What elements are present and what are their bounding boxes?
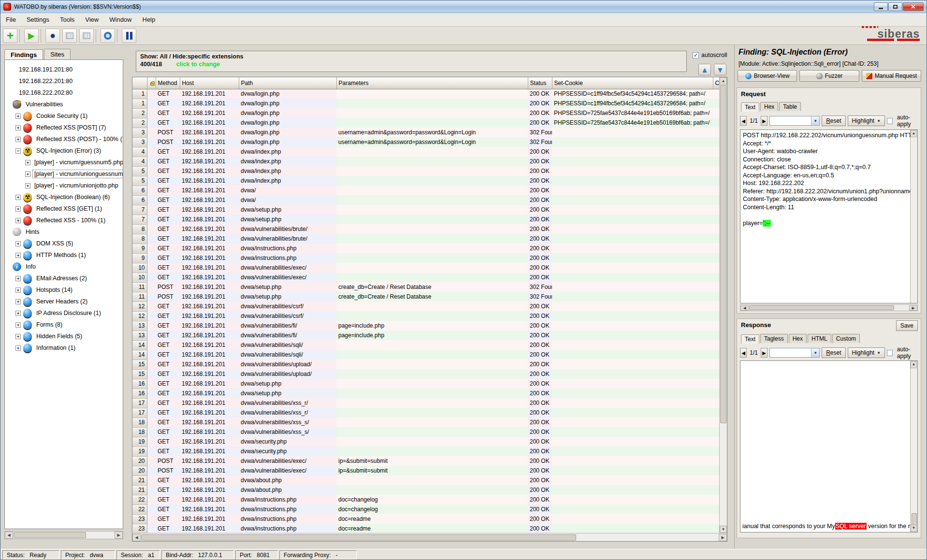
- scroll-left-icon[interactable]: ◀: [740, 305, 749, 311]
- menu-view[interactable]: View: [80, 14, 104, 26]
- collapse-icon[interactable]: −: [15, 148, 21, 154]
- expand-icon[interactable]: +: [25, 160, 30, 165]
- tree-item[interactable]: iInfo: [5, 261, 123, 273]
- request-row[interactable]: 17GET192.168.191.201dvwa/vulnerabilities…: [132, 398, 720, 408]
- response-text[interactable]: ianual that corresponds to your MySQL se…: [740, 360, 918, 532]
- browser-view-button[interactable]: Browser-View: [738, 70, 797, 82]
- scroll-left-icon[interactable]: ◀: [132, 534, 141, 541]
- response-highlight-combo[interactable]: ▼: [769, 348, 820, 358]
- expand-icon[interactable]: +: [15, 241, 21, 246]
- tree-item[interactable]: +Reflected XSS [GET] (1): [5, 203, 123, 215]
- request-row[interactable]: 22GET192.168.191.201dvwa/instructions.ph…: [132, 504, 720, 514]
- response-tab-custom[interactable]: Custom: [832, 334, 860, 343]
- expand-icon[interactable]: +: [15, 195, 21, 200]
- tree-item[interactable]: +IP Adress Disclosure (1): [5, 307, 123, 319]
- scroll-right-icon[interactable]: ▶: [909, 305, 917, 311]
- expand-icon[interactable]: +: [15, 253, 21, 258]
- tree-item[interactable]: +DOM XSS (5): [5, 238, 123, 249]
- request-row[interactable]: 6GET192.168.191.201dvwa/200 OK: [132, 186, 720, 195]
- scroll-bottom-button[interactable]: ▼: [714, 64, 726, 75]
- tree-item[interactable]: +EMail Adresses (2): [5, 273, 123, 284]
- tree-item[interactable]: +Information (1): [5, 342, 123, 354]
- request-row[interactable]: 22GET192.168.191.201dvwa/instructions.ph…: [132, 495, 720, 504]
- tree-item[interactable]: Vulnerabilities: [5, 99, 123, 110]
- start-scan-button[interactable]: ▶: [24, 29, 39, 43]
- header-path[interactable]: Path: [239, 77, 336, 89]
- request-row[interactable]: 1GET192.168.191.201dvwa/login.php200 OKP…: [132, 89, 720, 99]
- menu-help[interactable]: Help: [137, 14, 161, 26]
- dropdown-icon[interactable]: ▼: [811, 116, 819, 125]
- tree-item[interactable]: +Reflected XSS (POST) - 100% (7): [5, 133, 123, 145]
- expand-icon[interactable]: +: [15, 125, 21, 130]
- tree-item[interactable]: −☢SQL-Injection (Error) (3): [5, 145, 123, 157]
- request-row[interactable]: 10GET192.168.191.201dvwa/vulnerabilities…: [132, 263, 720, 273]
- request-row[interactable]: 3POST192.168.191.201dvwa/login.phpuserna…: [132, 137, 720, 147]
- request-row[interactable]: 21GET192.168.191.201dvwa/about.php200 OK: [132, 475, 720, 485]
- save-button[interactable]: Save: [896, 320, 918, 331]
- expand-icon[interactable]: +: [15, 299, 21, 304]
- manual-request-button[interactable]: Manual Request: [862, 70, 921, 82]
- tree-item[interactable]: +Server Headers (2): [5, 296, 123, 307]
- filter-change-link[interactable]: click to change: [176, 61, 220, 68]
- scroll-down-icon[interactable]: ▼: [720, 526, 727, 533]
- expand-icon[interactable]: +: [15, 345, 21, 351]
- scroll-down-icon[interactable]: ▼: [911, 525, 917, 532]
- expand-icon[interactable]: +: [15, 334, 21, 339]
- tree-item[interactable]: +☢SQL-Injection (Boolean) (6): [5, 191, 123, 203]
- request-row[interactable]: 6GET192.168.191.201dvwa/200 OK: [132, 195, 720, 205]
- expand-icon[interactable]: +: [15, 311, 21, 316]
- header-c-partial[interactable]: C: [713, 77, 720, 89]
- report-button[interactable]: [62, 29, 77, 43]
- request-row[interactable]: 14GET192.168.191.201dvwa/vulnerabilities…: [132, 340, 720, 350]
- request-tab-hex[interactable]: Hex: [760, 102, 778, 111]
- tab-findings[interactable]: Findings: [4, 49, 43, 60]
- tree-item[interactable]: +HTTP Methods (1): [5, 249, 123, 261]
- request-row[interactable]: 21GET192.168.191.201dvwa/about.php200 OK: [132, 485, 720, 495]
- scroll-up-icon[interactable]: ▲: [911, 130, 917, 137]
- request-row[interactable]: 2GET192.168.191.201dvwa/login.php200 OKP…: [132, 108, 720, 118]
- request-row[interactable]: 18GET192.168.191.201dvwa/vulnerabilities…: [132, 417, 720, 427]
- scroll-up-icon[interactable]: ▲: [720, 77, 727, 85]
- fuzzer-button[interactable]: Fuzzer: [799, 70, 859, 82]
- tree-item[interactable]: +Hotspots (14): [5, 284, 123, 296]
- tree-item[interactable]: 192.168.222.202:80: [5, 87, 123, 99]
- request-row[interactable]: 5GET192.168.191.201dvwa/index.php200 OK: [132, 166, 720, 176]
- response-prev-button[interactable]: ◀: [740, 348, 747, 358]
- minimize-button[interactable]: [874, 2, 888, 11]
- tree-item[interactable]: +Reflected XSS - 100% (1): [5, 215, 123, 226]
- request-row[interactable]: 14GET192.168.191.201dvwa/vulnerabilities…: [132, 350, 720, 359]
- request-row[interactable]: 5GET192.168.191.201dvwa/index.php200 OK: [132, 176, 720, 186]
- request-row[interactable]: 20POST192.168.191.201dvwa/vulnerabilitie…: [132, 466, 720, 475]
- table-horizontal-scrollbar[interactable]: ◀ ▶: [132, 533, 727, 541]
- tree-item[interactable]: +Cookie Security (1): [5, 110, 123, 122]
- request-row[interactable]: 2GET192.168.191.201dvwa/login.php200 OKP…: [132, 118, 720, 128]
- request-highlight-combo[interactable]: ▼: [769, 116, 820, 126]
- tree-item[interactable]: +Hidden Fields (5): [5, 330, 123, 342]
- expand-icon[interactable]: +: [15, 114, 21, 119]
- proxy-button[interactable]: [101, 29, 115, 43]
- request-reset-button[interactable]: Reset: [822, 115, 845, 126]
- request-row[interactable]: 23GET192.168.191.201dvwa/instructions.ph…: [132, 514, 720, 524]
- tree-item[interactable]: +[player] - vicnum/unionguessnum.ph: [5, 168, 123, 180]
- expand-icon[interactable]: +: [25, 172, 30, 177]
- response-tab-tagless[interactable]: Tagless: [760, 334, 788, 343]
- request-row[interactable]: 9GET192.168.191.201dvwa/instructions.php…: [132, 244, 720, 253]
- close-button[interactable]: ✕: [903, 2, 924, 11]
- request-row[interactable]: 7GET192.168.191.201dvwa/setup.php200 OK: [132, 215, 720, 224]
- request-row[interactable]: 3POST192.168.191.201dvwa/login.phpuserna…: [132, 128, 720, 137]
- tree-horizontal-scrollbar[interactable]: ◀ ▶: [4, 531, 123, 539]
- expand-icon[interactable]: +: [15, 276, 21, 281]
- request-row[interactable]: 4GET192.168.191.201dvwa/index.php200 OK: [132, 157, 720, 166]
- header-method[interactable]: Method: [156, 77, 180, 89]
- header-parameters[interactable]: Parameters: [336, 77, 528, 89]
- response-auto-apply-checkbox[interactable]: [887, 350, 893, 356]
- tree-item[interactable]: 192.168.191.201:80: [5, 64, 123, 75]
- table-vertical-scrollbar[interactable]: ▲ ▼: [719, 77, 727, 533]
- response-next-button[interactable]: ▶: [761, 348, 768, 358]
- scroll-left-icon[interactable]: ◀: [5, 531, 13, 539]
- menu-file[interactable]: File: [0, 14, 21, 26]
- response-highlight-button[interactable]: Highlight▼: [848, 347, 885, 358]
- header-status[interactable]: Status: [528, 77, 552, 89]
- request-row[interactable]: 16GET192.168.191.201dvwa/setup.php200 OK: [132, 379, 720, 388]
- request-highlight-button[interactable]: Highlight▼: [848, 115, 885, 126]
